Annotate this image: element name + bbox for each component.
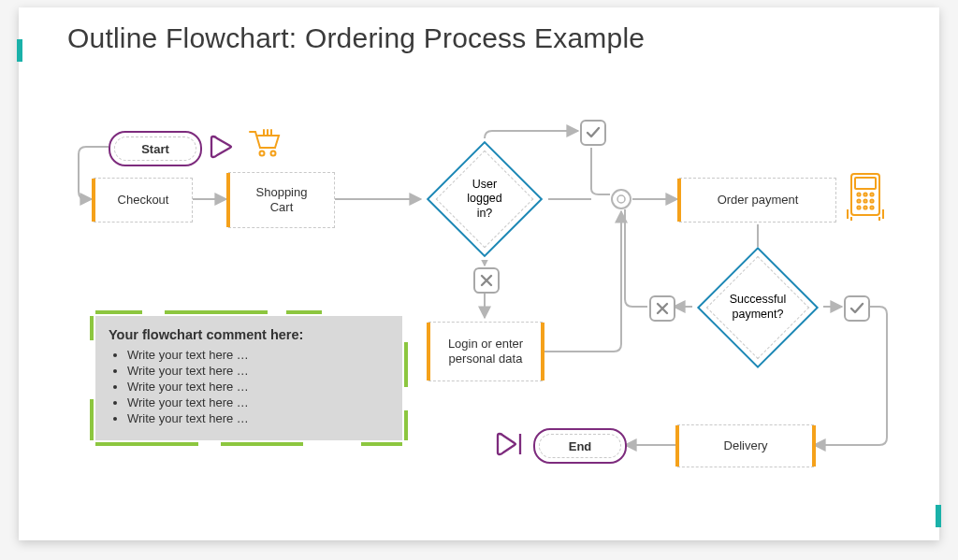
terminator-start-label: Start xyxy=(141,142,169,156)
decision-payment-label: Successful payment? xyxy=(730,293,786,322)
decision-logged-in-label: User logged in? xyxy=(467,178,502,222)
svg-point-11 xyxy=(870,199,873,202)
x-icon-2 xyxy=(649,295,675,322)
svg-point-2 xyxy=(260,151,265,156)
svg-rect-5 xyxy=(855,178,876,189)
process-order-payment: Order payment xyxy=(679,178,836,223)
svg-point-3 xyxy=(271,151,276,156)
process-cart-label: Shopping Cart xyxy=(256,185,308,216)
process-login-label: Login or enter personal data xyxy=(448,337,523,367)
check-icon-2 xyxy=(844,295,870,322)
svg-point-7 xyxy=(864,193,866,195)
play-icon xyxy=(208,133,236,161)
process-cart: Shopping Cart xyxy=(228,172,335,228)
comment-heading: Your flowchart comment here: xyxy=(109,327,389,342)
process-delivery: Delivery xyxy=(677,424,814,467)
svg-point-9 xyxy=(857,199,860,202)
terminator-end-label: End xyxy=(569,439,592,453)
end-icon xyxy=(494,428,528,460)
comment-bullet: Write your text here … xyxy=(127,380,389,394)
comment-bullet: Write your text here … xyxy=(127,364,389,378)
terminator-start: Start xyxy=(109,131,202,166)
terminator-end: End xyxy=(533,428,627,464)
svg-point-12 xyxy=(857,206,860,208)
cart-icon xyxy=(247,127,284,161)
comment-box: Your flowchart comment here: Write your … xyxy=(95,316,402,440)
process-login: Login or enter personal data xyxy=(428,322,543,381)
svg-point-6 xyxy=(857,193,860,195)
comment-list: Write your text here … Write your text h… xyxy=(109,348,389,425)
process-checkout: Checkout xyxy=(94,178,193,223)
svg-point-14 xyxy=(870,206,873,208)
svg-point-10 xyxy=(864,199,866,202)
x-icon xyxy=(473,267,500,294)
svg-point-8 xyxy=(870,193,873,195)
pos-terminal-icon xyxy=(846,172,885,224)
decision-logged-in: User logged in? xyxy=(423,138,546,260)
comment-bullet: Write your text here … xyxy=(127,395,389,409)
process-checkout-label: Checkout xyxy=(118,193,169,208)
check-icon xyxy=(580,120,606,146)
svg-point-13 xyxy=(864,206,866,208)
process-order-payment-label: Order payment xyxy=(718,193,799,208)
comment-bullet: Write your text here … xyxy=(127,411,389,425)
decision-payment: Successful payment? xyxy=(692,247,823,368)
comment-bullet: Write your text here … xyxy=(127,348,389,362)
svg-point-0 xyxy=(612,190,631,208)
process-delivery-label: Delivery xyxy=(724,438,768,453)
slide-canvas: Outline Flowchart: Ordering Process Exam… xyxy=(19,7,939,540)
